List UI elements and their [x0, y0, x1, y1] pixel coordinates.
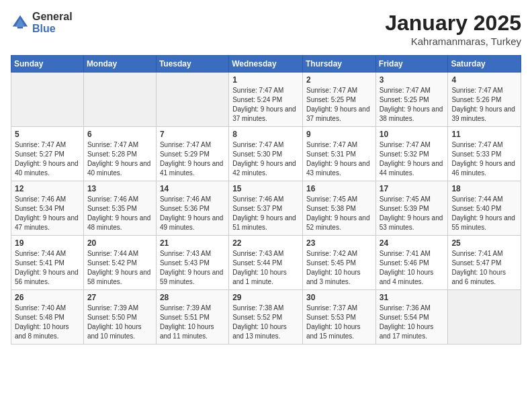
day-content: Sunrise: 7:42 AM Sunset: 5:45 PM Dayligh… [306, 249, 372, 287]
calendar-cell: 7Sunrise: 7:47 AM Sunset: 5:29 PM Daylig… [156, 127, 228, 181]
calendar-cell: 11Sunrise: 7:47 AM Sunset: 5:33 PM Dayli… [448, 127, 521, 181]
week-row-5: 26Sunrise: 7:40 AM Sunset: 5:48 PM Dayli… [11, 290, 521, 345]
calendar-cell: 18Sunrise: 7:44 AM Sunset: 5:40 PM Dayli… [448, 181, 521, 236]
day-number: 6 [87, 130, 152, 139]
day-number: 23 [306, 238, 372, 248]
calendar-cell: 13Sunrise: 7:46 AM Sunset: 5:35 PM Dayli… [83, 181, 156, 236]
calendar-cell: 25Sunrise: 7:41 AM Sunset: 5:47 PM Dayli… [448, 236, 521, 290]
day-number: 19 [15, 238, 80, 248]
day-number: 7 [160, 130, 225, 139]
calendar-cell [11, 73, 84, 127]
calendar-cell: 28Sunrise: 7:39 AM Sunset: 5:51 PM Dayli… [156, 290, 228, 345]
day-content: Sunrise: 7:43 AM Sunset: 5:43 PM Dayligh… [160, 249, 225, 287]
day-content: Sunrise: 7:40 AM Sunset: 5:48 PM Dayligh… [15, 304, 80, 341]
day-number: 28 [160, 293, 225, 302]
calendar-cell: 4Sunrise: 7:47 AM Sunset: 5:26 PM Daylig… [448, 73, 521, 127]
day-number: 8 [232, 130, 299, 139]
calendar-cell: 24Sunrise: 7:41 AM Sunset: 5:46 PM Dayli… [375, 236, 448, 290]
day-content: Sunrise: 7:47 AM Sunset: 5:32 PM Dayligh… [380, 140, 445, 178]
day-number: 4 [451, 75, 517, 85]
day-content: Sunrise: 7:45 AM Sunset: 5:39 PM Dayligh… [380, 195, 445, 232]
calendar-cell [83, 73, 156, 127]
day-number: 29 [232, 293, 299, 302]
svg-rect-2 [17, 26, 23, 28]
day-content: Sunrise: 7:46 AM Sunset: 5:35 PM Dayligh… [87, 195, 152, 232]
calendar-table: SundayMondayTuesdayWednesdayThursdayFrid… [11, 55, 521, 345]
logo-general: General [32, 11, 73, 23]
calendar-cell: 29Sunrise: 7:38 AM Sunset: 5:52 PM Dayli… [229, 290, 303, 345]
day-number: 26 [15, 293, 80, 302]
weekday-header-wednesday: Wednesday [229, 56, 303, 73]
day-number: 25 [451, 238, 517, 248]
day-content: Sunrise: 7:43 AM Sunset: 5:44 PM Dayligh… [232, 249, 299, 287]
day-number: 14 [160, 184, 225, 193]
day-number: 15 [232, 184, 299, 193]
calendar-cell: 9Sunrise: 7:47 AM Sunset: 5:31 PM Daylig… [302, 127, 375, 181]
day-number: 21 [160, 238, 225, 248]
week-row-3: 12Sunrise: 7:46 AM Sunset: 5:34 PM Dayli… [11, 181, 521, 236]
day-number: 16 [306, 184, 372, 193]
day-content: Sunrise: 7:47 AM Sunset: 5:27 PM Dayligh… [15, 140, 80, 178]
day-content: Sunrise: 7:41 AM Sunset: 5:46 PM Dayligh… [380, 249, 445, 287]
calendar-cell: 1Sunrise: 7:47 AM Sunset: 5:24 PM Daylig… [229, 73, 303, 127]
logo: General Blue [11, 11, 73, 34]
day-content: Sunrise: 7:46 AM Sunset: 5:36 PM Dayligh… [160, 195, 225, 232]
day-content: Sunrise: 7:47 AM Sunset: 5:26 PM Dayligh… [451, 86, 517, 124]
calendar-cell: 17Sunrise: 7:45 AM Sunset: 5:39 PM Dayli… [375, 181, 448, 236]
day-content: Sunrise: 7:47 AM Sunset: 5:30 PM Dayligh… [232, 140, 299, 178]
weekday-header-saturday: Saturday [448, 56, 521, 73]
day-number: 3 [380, 75, 445, 85]
day-content: Sunrise: 7:47 AM Sunset: 5:25 PM Dayligh… [306, 86, 372, 124]
calendar-cell: 19Sunrise: 7:44 AM Sunset: 5:41 PM Dayli… [11, 236, 84, 290]
weekday-header-row: SundayMondayTuesdayWednesdayThursdayFrid… [11, 56, 521, 73]
logo-blue: Blue [32, 23, 73, 35]
calendar-cell: 22Sunrise: 7:43 AM Sunset: 5:44 PM Dayli… [229, 236, 303, 290]
weekday-header-monday: Monday [83, 56, 156, 73]
day-number: 2 [306, 75, 372, 85]
calendar-cell: 10Sunrise: 7:47 AM Sunset: 5:32 PM Dayli… [375, 127, 448, 181]
day-number: 30 [306, 293, 372, 302]
calendar-cell: 26Sunrise: 7:40 AM Sunset: 5:48 PM Dayli… [11, 290, 84, 345]
day-content: Sunrise: 7:44 AM Sunset: 5:41 PM Dayligh… [15, 249, 80, 287]
calendar-cell: 6Sunrise: 7:47 AM Sunset: 5:28 PM Daylig… [83, 127, 156, 181]
calendar-cell: 2Sunrise: 7:47 AM Sunset: 5:25 PM Daylig… [302, 73, 375, 127]
weekday-header-tuesday: Tuesday [156, 56, 228, 73]
day-content: Sunrise: 7:44 AM Sunset: 5:42 PM Dayligh… [87, 249, 152, 287]
day-content: Sunrise: 7:39 AM Sunset: 5:51 PM Dayligh… [160, 304, 225, 341]
day-content: Sunrise: 7:37 AM Sunset: 5:53 PM Dayligh… [306, 304, 372, 341]
weekday-header-friday: Friday [375, 56, 448, 73]
weekday-header-sunday: Sunday [11, 56, 84, 73]
calendar-cell: 16Sunrise: 7:45 AM Sunset: 5:38 PM Dayli… [302, 181, 375, 236]
day-number: 22 [232, 238, 299, 248]
calendar-title: January 2025 [385, 11, 521, 36]
day-content: Sunrise: 7:47 AM Sunset: 5:25 PM Dayligh… [380, 86, 445, 124]
day-content: Sunrise: 7:47 AM Sunset: 5:24 PM Dayligh… [232, 86, 299, 124]
day-number: 24 [380, 238, 445, 248]
week-row-4: 19Sunrise: 7:44 AM Sunset: 5:41 PM Dayli… [11, 236, 521, 290]
title-block: January 2025 Kahramanmaras, Turkey [385, 11, 521, 47]
calendar-cell [156, 73, 228, 127]
day-content: Sunrise: 7:47 AM Sunset: 5:31 PM Dayligh… [306, 140, 372, 178]
day-number: 12 [15, 184, 80, 193]
calendar-cell: 21Sunrise: 7:43 AM Sunset: 5:43 PM Dayli… [156, 236, 228, 290]
day-number: 17 [380, 184, 445, 193]
calendar-cell: 30Sunrise: 7:37 AM Sunset: 5:53 PM Dayli… [302, 290, 375, 345]
day-number: 18 [451, 184, 517, 193]
day-number: 11 [451, 130, 517, 139]
day-content: Sunrise: 7:47 AM Sunset: 5:28 PM Dayligh… [87, 140, 152, 178]
calendar-cell: 27Sunrise: 7:39 AM Sunset: 5:50 PM Dayli… [83, 290, 156, 345]
day-content: Sunrise: 7:41 AM Sunset: 5:47 PM Dayligh… [451, 249, 517, 287]
calendar-cell: 3Sunrise: 7:47 AM Sunset: 5:25 PM Daylig… [375, 73, 448, 127]
calendar-location: Kahramanmaras, Turkey [385, 36, 521, 47]
day-content: Sunrise: 7:44 AM Sunset: 5:40 PM Dayligh… [451, 195, 517, 232]
logo-text: General Blue [32, 11, 73, 34]
day-content: Sunrise: 7:47 AM Sunset: 5:33 PM Dayligh… [451, 140, 517, 178]
day-number: 13 [87, 184, 152, 193]
day-number: 31 [380, 293, 445, 302]
calendar-cell: 14Sunrise: 7:46 AM Sunset: 5:36 PM Dayli… [156, 181, 228, 236]
day-content: Sunrise: 7:46 AM Sunset: 5:34 PM Dayligh… [15, 195, 80, 232]
day-content: Sunrise: 7:38 AM Sunset: 5:52 PM Dayligh… [232, 304, 299, 341]
day-number: 5 [15, 130, 80, 139]
day-number: 20 [87, 238, 152, 248]
calendar-cell: 15Sunrise: 7:46 AM Sunset: 5:37 PM Dayli… [229, 181, 303, 236]
